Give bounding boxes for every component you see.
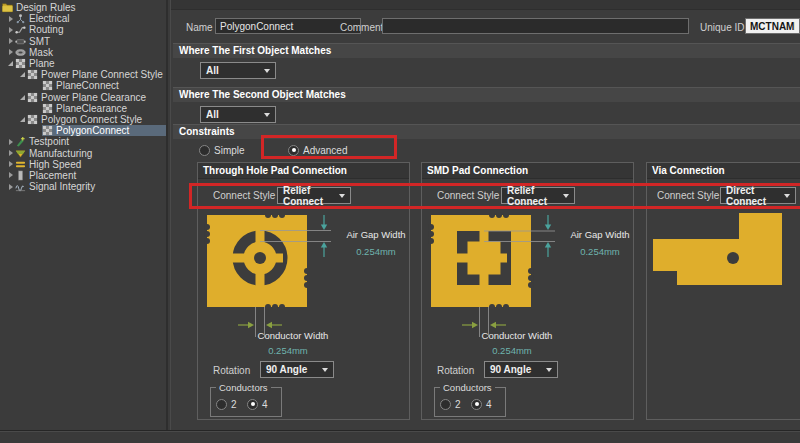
chevron-down-icon [322, 368, 328, 372]
radio-icon[interactable] [199, 145, 210, 156]
chevron-down-icon [339, 194, 345, 198]
conductors-2-radio[interactable]: 2 [440, 398, 461, 410]
via-panel-title: Via Connection [647, 163, 800, 179]
name-label: Name [186, 22, 213, 33]
tree-item-signal-integrity[interactable]: Signal Integrity [0, 181, 166, 192]
tree-expanded-arrow-icon[interactable] [18, 95, 27, 100]
conductors-group-label: Conductors [216, 382, 271, 393]
tree-item-manufacturing[interactable]: Manufacturing [0, 147, 166, 158]
radio-icon[interactable] [440, 399, 451, 410]
tree-item-mask[interactable]: Mask [0, 47, 166, 58]
tree-item-placement[interactable]: Placement [0, 170, 166, 181]
conductors-group: Conductors 2 4 [434, 387, 506, 417]
conductors-2-radio[interactable]: 2 [216, 398, 237, 410]
connect-style-label: Connect Style [657, 190, 719, 201]
smd-rotation-dropdown[interactable]: 90 Angle [484, 361, 558, 378]
second-match-dropdown[interactable]: All [200, 106, 276, 123]
conductor-width-value: 0.254mm [238, 345, 338, 356]
chevron-down-icon [264, 69, 270, 73]
tree-item-polygonconnect-selected[interactable]: PolygonConnect [0, 125, 166, 136]
rotation-label: Rotation [437, 365, 474, 376]
rules-tree: Design Rules Electrical Routing SMT Mask [0, 0, 168, 430]
radio-selected-icon[interactable] [247, 399, 258, 410]
conductors-4-radio[interactable]: 4 [471, 398, 492, 410]
connect-style-label: Connect Style [437, 190, 499, 201]
tree-item-testpoint[interactable]: Testpoint [0, 136, 166, 147]
tree-collapsed-arrow-icon[interactable] [6, 16, 15, 22]
direct-connect-via-diagram [647, 213, 800, 293]
via-connect-style-dropdown[interactable]: Direct Connect [720, 187, 796, 204]
smd-panel-title: SMD Pad Connection [422, 163, 633, 179]
tree-collapsed-arrow-icon[interactable] [6, 38, 15, 44]
high-speed-icon [15, 159, 26, 170]
through-hole-panel-title: Through Hole Pad Connection [198, 163, 409, 179]
radio-icon[interactable] [216, 399, 227, 410]
tree-expanded-arrow-icon[interactable] [18, 117, 27, 122]
tree-collapsed-arrow-icon[interactable] [6, 49, 15, 55]
mask-icon [15, 47, 26, 58]
conductors-4-radio[interactable]: 4 [247, 398, 268, 410]
first-match-dropdown[interactable]: All [200, 62, 276, 79]
radio-selected-icon[interactable] [471, 399, 482, 410]
tree-collapsed-arrow-icon[interactable] [6, 184, 15, 190]
through-hole-rotation-dropdown[interactable]: 90 Angle [260, 361, 334, 378]
plane-rule-icon [27, 114, 38, 125]
radio-selected-icon[interactable] [288, 145, 299, 156]
through-hole-connect-style-dropdown[interactable]: Relief Connect [277, 187, 351, 204]
tree-item-planeclearance[interactable]: PlaneClearance [0, 103, 166, 114]
plane-rule-icon [42, 103, 53, 114]
air-gap-width-label: Air Gap Width [567, 229, 633, 240]
design-rules-dialog: { "tree": { "items": [ {"label": "Design… [0, 0, 800, 443]
tree-item-routing[interactable]: Routing [0, 24, 166, 35]
through-hole-pad-panel: Through Hole Pad Connection Connect Styl… [197, 162, 410, 420]
tree-item-electrical[interactable]: Electrical [0, 13, 166, 24]
smt-icon [15, 36, 26, 47]
plane-rule-icon [15, 58, 26, 69]
folder-icon [2, 2, 13, 13]
tree-collapsed-arrow-icon[interactable] [6, 150, 15, 156]
via-connection-panel: Via Connection Connect Style Direct Conn… [646, 162, 800, 420]
second-match-section-header: Where The Second Object Matches [173, 87, 800, 102]
tree-item-plane[interactable]: Plane [0, 58, 166, 69]
electrical-icon [15, 13, 26, 24]
conductor-width-label: Conductor Width [243, 330, 343, 341]
placement-icon [15, 170, 26, 181]
tree-item-power-plane-connect-style[interactable]: Power Plane Connect Style [0, 69, 166, 80]
chevron-down-icon [264, 113, 270, 117]
comment-label: Comment [340, 22, 383, 33]
advanced-radio[interactable]: Advanced [288, 144, 347, 156]
air-gap-width-value: 0.254mm [343, 246, 409, 257]
smd-pad-panel: SMD Pad Connection Connect Style Relief … [421, 162, 634, 420]
tree-item-polygon-connect-style[interactable]: Polygon Connect Style [0, 114, 166, 125]
tree-item-design-rules[interactable]: Design Rules [0, 2, 166, 13]
tree-item-smt[interactable]: SMT [0, 36, 166, 47]
conductor-width-label: Conductor Width [467, 330, 567, 341]
constraints-section-header: Constraints [173, 124, 800, 139]
tree-expanded-arrow-icon[interactable] [18, 72, 27, 77]
simple-radio[interactable]: Simple [199, 144, 245, 156]
signal-integrity-icon [15, 181, 26, 192]
tree-collapsed-arrow-icon[interactable] [6, 139, 15, 145]
air-gap-width-value: 0.254mm [567, 246, 633, 257]
testpoint-icon [15, 136, 26, 147]
tree-collapsed-arrow-icon[interactable] [6, 27, 15, 33]
comment-input[interactable] [382, 18, 689, 34]
conductors-group-label: Conductors [440, 382, 495, 393]
tree-expanded-arrow-icon[interactable] [6, 61, 15, 66]
tree-item-high-speed[interactable]: High Speed [0, 159, 166, 170]
tree-collapsed-arrow-icon[interactable] [6, 172, 15, 178]
tree-item-power-plane-clearance[interactable]: Power Plane Clearance [0, 92, 166, 103]
tree-item-planeconnect[interactable]: PlaneConnect [0, 80, 166, 91]
rule-editor-panel: Name Comment Unique ID Where The First O… [170, 0, 800, 430]
first-match-section-header: Where The First Object Matches [173, 43, 800, 58]
window-bottom-strip [0, 430, 800, 443]
conductor-width-value: 0.254mm [462, 345, 562, 356]
chevron-down-icon [546, 368, 552, 372]
tree-collapsed-arrow-icon[interactable] [6, 161, 15, 167]
plane-rule-icon [42, 125, 53, 136]
chevron-down-icon [563, 194, 569, 198]
unique-id-input[interactable] [745, 18, 800, 34]
smd-connect-style-dropdown[interactable]: Relief Connect [501, 187, 575, 204]
air-gap-width-label: Air Gap Width [343, 229, 409, 240]
routing-icon [15, 24, 26, 35]
